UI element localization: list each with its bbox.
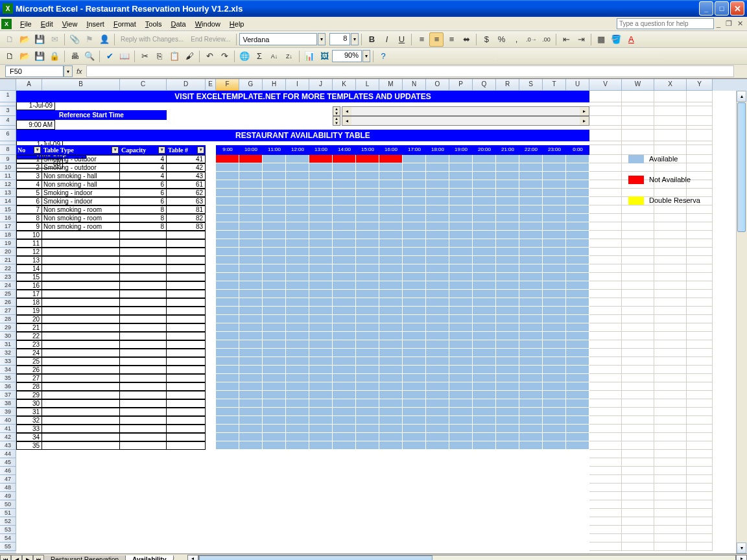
cell-type[interactable]: Smoking - indoor [42,197,120,205]
cell-available[interactable] [496,222,519,231]
cell-available[interactable] [309,189,333,197]
cell-available[interactable] [263,408,286,416]
decrease-decimal-button[interactable]: .00 [539,32,553,47]
cell-available[interactable] [519,205,543,214]
row-header[interactable]: 32 [0,349,16,357]
cell-available[interactable] [379,180,403,189]
row-header[interactable]: 47 [0,475,16,484]
cell-available[interactable] [263,391,286,399]
cell-available[interactable] [543,180,566,189]
cell-available[interactable] [543,374,566,382]
chart-button[interactable]: 📊 [302,49,316,64]
cell-available[interactable] [216,205,239,214]
sheet-tab-reservation[interactable]: Restaurant Reservation [43,555,126,561]
cell-not-available[interactable] [333,155,356,163]
cell-available[interactable] [216,248,239,256]
cell-available[interactable] [403,248,426,256]
cell-available[interactable] [403,180,426,189]
cell-available[interactable] [496,399,519,408]
menu-window[interactable]: Window [191,18,225,30]
cell-available[interactable] [379,239,403,248]
font-color-button[interactable]: A [624,32,638,47]
cell-available[interactable] [286,290,309,298]
cell-available[interactable] [449,307,473,315]
column-header[interactable]: Y [687,79,713,91]
cell-available[interactable] [239,214,263,222]
increase-indent-button[interactable]: ⇥ [574,32,588,47]
mail-icon[interactable]: ✉ [47,32,62,47]
increase-decimal-button[interactable]: .0→ [524,32,538,47]
cell-available[interactable] [216,441,239,450]
cell-table[interactable] [167,298,206,307]
cell-available[interactable] [496,298,519,307]
cell-available[interactable] [239,239,263,248]
cell-available[interactable] [333,273,356,281]
row-header[interactable]: 29 [0,323,16,332]
row-header[interactable]: 49 [0,492,16,500]
cell-available[interactable] [566,307,589,315]
row-header[interactable]: 12 [0,180,16,189]
cell-available[interactable] [379,205,403,214]
cell-capacity[interactable] [120,332,167,340]
cell-available[interactable] [496,323,519,332]
cell-available[interactable] [216,340,239,349]
cell-no[interactable]: 6 [16,197,42,205]
cell-available[interactable] [426,340,449,349]
cell-no[interactable]: 14 [16,264,42,273]
cell-available[interactable] [263,374,286,382]
cell-available[interactable] [356,172,379,180]
cell-available[interactable] [333,349,356,357]
cell-available[interactable] [356,315,379,323]
header-table[interactable]: Table #▾ [167,145,206,155]
cell-available[interactable] [379,222,403,231]
zoom-dropdown[interactable]: ▾ [362,50,370,62]
cell-no[interactable]: 7 [16,205,42,214]
cell-available[interactable] [449,357,473,366]
cell-available[interactable] [496,332,519,340]
cell-available[interactable] [519,315,543,323]
cell-available[interactable] [543,205,566,214]
cell-available[interactable] [286,315,309,323]
cell-available[interactable] [449,222,473,231]
zoom-select[interactable]: 90% [332,50,362,62]
cell-capacity[interactable] [120,273,167,281]
cell-available[interactable] [333,433,356,441]
cell-available[interactable] [263,366,286,374]
help-button[interactable]: ? [376,49,390,64]
cell-type[interactable] [42,349,120,357]
cell-available[interactable] [543,357,566,366]
cell-available[interactable] [356,264,379,273]
cell-available[interactable] [356,332,379,340]
row-header[interactable]: 48 [0,484,16,492]
cell-available[interactable] [449,399,473,408]
cell-no[interactable]: 26 [16,366,42,374]
cell-available[interactable] [473,349,496,357]
cell-available[interactable] [309,349,333,357]
cell-no[interactable]: 19 [16,307,42,315]
cell-available[interactable] [519,425,543,433]
cell-available[interactable] [449,214,473,222]
row-header[interactable]: 27 [0,307,16,315]
cell-available[interactable] [286,340,309,349]
cell-type[interactable] [42,298,120,307]
cell-available[interactable] [263,231,286,239]
cell-table[interactable] [167,315,206,323]
cell-available[interactable] [426,374,449,382]
cell-available[interactable] [426,231,449,239]
cell-available[interactable] [566,323,589,332]
cell-available[interactable] [379,366,403,374]
menu-help[interactable]: Help [225,18,249,30]
cell-capacity[interactable]: 6 [120,180,167,189]
fx-icon[interactable]: fx [77,67,82,75]
cell-available[interactable] [449,163,473,172]
row-header[interactable]: 42 [0,433,16,441]
cell-available[interactable] [379,197,403,205]
cell-available[interactable] [379,290,403,298]
formula-input[interactable] [86,65,734,77]
cell-available[interactable] [449,323,473,332]
cell-available[interactable] [379,332,403,340]
cell-available[interactable] [333,163,356,172]
cell-available[interactable] [263,349,286,357]
cell-available[interactable] [449,273,473,281]
cell-not-available[interactable] [216,155,239,163]
